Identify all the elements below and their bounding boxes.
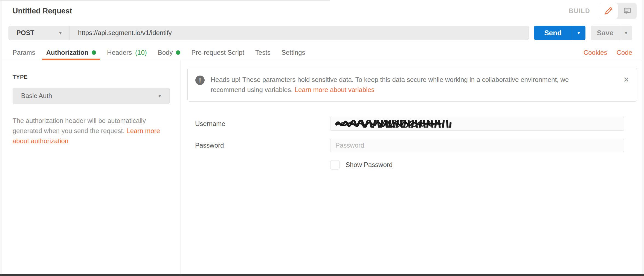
auth-details-panel: ! Heads up! These parameters hold sensit… (181, 60, 642, 274)
status-dot-icon (176, 50, 180, 55)
chevron-down-icon: ▼ (624, 31, 628, 35)
alert-icon: ! (195, 76, 205, 85)
url-value: https://api.segment.io/v1/identify (78, 29, 172, 37)
username-label: Username (195, 120, 330, 128)
show-password-label: Show Password (346, 161, 393, 169)
auth-type-panel: TYPE Basic Auth ▼ The authorization head… (2, 60, 181, 274)
header-right-cluster: BUILD (569, 3, 637, 19)
status-dot-icon (92, 50, 96, 55)
password-row: Password (195, 139, 624, 152)
tab-pre-request-script[interactable]: Pre-request Script (187, 45, 248, 60)
edit-mode-button[interactable] (599, 3, 618, 19)
tab-label: Params (13, 49, 35, 56)
auth-type-dropdown[interactable]: Basic Auth ▼ (13, 88, 170, 104)
http-method-value: POST (16, 29, 34, 37)
request-tabs: Params Authorization Headers (10) Body P… (2, 45, 642, 60)
auth-description: The authorization header will be automat… (13, 116, 162, 146)
username-input[interactable] (330, 117, 624, 131)
password-input[interactable] (330, 139, 624, 152)
url-input[interactable]: https://api.segment.io/v1/identify (69, 26, 529, 40)
comment-icon (623, 7, 631, 15)
auth-type-value: Basic Auth (21, 92, 52, 100)
show-password-checkbox[interactable] (330, 160, 340, 169)
password-label: Password (195, 142, 330, 149)
tab-authorization[interactable]: Authorization (42, 45, 100, 60)
type-label: TYPE (13, 74, 170, 80)
username-redacted-scribble (335, 120, 459, 128)
comments-mode-button[interactable] (618, 3, 637, 19)
send-options-button[interactable]: ▼ (572, 26, 585, 40)
request-header: Untitled Request BUILD (2, 0, 642, 22)
close-icon[interactable]: ✕ (623, 76, 629, 84)
chevron-down-icon: ▼ (158, 94, 162, 98)
tab-params[interactable]: Params (8, 45, 39, 60)
tabs-right-links: Cookies Code (584, 49, 632, 56)
learn-more-variables-link[interactable]: Learn more about variables (295, 86, 375, 93)
tab-label: Authorization (46, 49, 89, 56)
sensitive-data-banner: ! Heads up! These parameters hold sensit… (187, 68, 637, 102)
cookies-link[interactable]: Cookies (584, 49, 607, 56)
show-password-row: Show Password (330, 160, 624, 169)
basic-auth-form: Username Password (195, 117, 624, 169)
tab-body[interactable]: Body (154, 45, 185, 60)
tab-label: Headers (107, 49, 132, 56)
window-top-strip (0, 0, 330, 1)
chevron-down-icon: ▼ (577, 31, 581, 35)
bottom-panel-edge (0, 274, 644, 276)
request-title[interactable]: Untitled Request (13, 7, 72, 15)
pencil-icon (604, 7, 613, 15)
send-button[interactable]: Send (534, 26, 572, 40)
tab-settings[interactable]: Settings (277, 45, 309, 60)
url-group: POST ▼ https://api.segment.io/v1/identif… (8, 26, 529, 40)
save-options-button[interactable]: ▼ (620, 26, 632, 40)
request-url-row: POST ▼ https://api.segment.io/v1/identif… (2, 26, 642, 40)
build-mode-label: BUILD (569, 7, 590, 15)
banner-message-text: Heads up! These parameters hold sensitiv… (211, 76, 569, 93)
authorization-content: TYPE Basic Auth ▼ The authorization head… (2, 60, 642, 274)
tab-tests[interactable]: Tests (251, 45, 275, 60)
headers-count-badge: (10) (135, 49, 147, 56)
tab-label: Body (158, 49, 173, 56)
tab-label: Settings (282, 49, 305, 56)
send-button-group: Send ▼ (534, 26, 585, 40)
tab-headers[interactable]: Headers (10) (103, 45, 151, 60)
save-button-group: Save ▼ (591, 26, 632, 40)
banner-message: Heads up! These parameters hold sensitiv… (211, 74, 599, 95)
username-row: Username (195, 117, 624, 131)
view-mode-toggle (599, 3, 637, 19)
tab-label: Pre-request Script (191, 49, 244, 56)
save-button[interactable]: Save (591, 26, 620, 40)
http-method-dropdown[interactable]: POST ▼ (9, 26, 69, 40)
request-builder-panel: Untitled Request BUILD (2, 0, 642, 274)
auth-description-text: The authorization header will be automat… (13, 117, 146, 134)
chevron-down-icon: ▼ (58, 31, 62, 35)
tab-label: Tests (255, 49, 271, 56)
code-link[interactable]: Code (617, 49, 632, 56)
